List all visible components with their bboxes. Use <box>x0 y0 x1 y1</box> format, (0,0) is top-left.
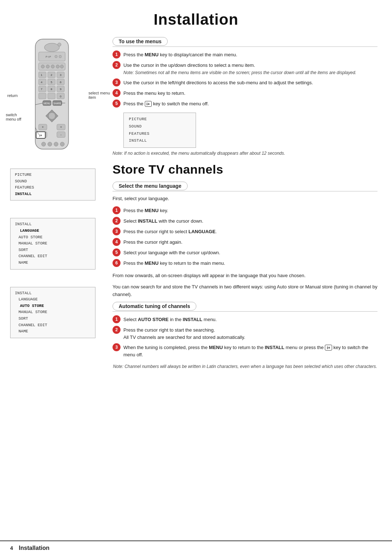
tv-menu-line: PICTURE <box>129 116 191 123</box>
auto-step-3: 3 When the tuning is completed, press th… <box>113 343 377 358</box>
menu-line: NAME <box>15 328 91 335</box>
step-text-1: Press the MENU key to display/cancel the… <box>123 50 377 58</box>
step-text-2: Use the cursor in the up/down directions… <box>123 61 377 76</box>
step-num-1: 1 <box>113 50 121 58</box>
step-5: 5 Press the i+ key to switch the menu of… <box>113 100 377 108</box>
svg-text:SHARE: SHARE <box>53 102 61 105</box>
auto-step-num-1: 1 <box>113 315 121 323</box>
svg-point-10 <box>51 65 54 68</box>
auto-step-text-1: Select AUTO STORE in the INSTALL menu. <box>123 315 377 323</box>
step-3: 3 Use the cursor in the left/right direc… <box>113 78 377 86</box>
section-language-header: Select the menu language <box>113 182 377 191</box>
auto-step-num-3: 3 <box>113 343 121 351</box>
lang-step-num-3: 3 <box>113 227 121 235</box>
lang-step-num-4: 4 <box>113 238 121 246</box>
svg-point-43 <box>49 113 55 119</box>
step-text-4: Press the menu key to return. <box>123 89 377 97</box>
lang-step-num-5: 5 <box>113 248 121 256</box>
svg-text:6: 6 <box>60 81 62 84</box>
svg-text:-: - <box>61 133 62 137</box>
tv-menu-line: INSTALL <box>129 137 191 145</box>
lang-step-num-6: 6 <box>113 259 121 267</box>
tab-language: Select the menu language <box>113 182 188 190</box>
svg-rect-25 <box>38 86 46 92</box>
store-tv-title: Store TV channels <box>113 162 377 177</box>
svg-text:P·I·P: P·I·P <box>46 56 51 58</box>
auto-step-text-2: Press the cursor right to start the sear… <box>123 326 377 341</box>
svg-point-2 <box>58 43 61 46</box>
lang-step-1: 1 Press the MENU key. <box>113 206 377 214</box>
menu-line: AUTO STORE <box>15 234 91 241</box>
auto-step-2: 2 Press the cursor right to start the se… <box>113 326 377 341</box>
remote-control-wrap: return select menuitem switch menu off <box>10 37 90 153</box>
lang-step-text-4: Press the cursor right again. <box>123 238 377 246</box>
svg-text:8: 8 <box>51 88 53 91</box>
step-num-4: 4 <box>113 89 121 97</box>
tab-use-menus: To use the menus <box>113 37 168 46</box>
svg-point-11 <box>56 65 59 68</box>
svg-text:1: 1 <box>41 73 42 77</box>
svg-point-8 <box>41 65 44 68</box>
left-menu-box-2: INSTALL LANGUAGE AUTO STORE MANUAL STORE… <box>10 218 95 269</box>
svg-text:0: 0 <box>60 95 62 98</box>
tv-menu-line: SOUND <box>129 123 191 130</box>
svg-point-54 <box>41 142 45 146</box>
step-2: 2 Use the cursor in the up/down directio… <box>113 61 377 76</box>
step-1: 1 Press the MENU key to display/cancel t… <box>113 50 377 58</box>
step-num-3: 3 <box>113 78 121 86</box>
page: Installation return select menuitem swit… <box>0 0 392 555</box>
note-use-menus: Note: If no action is executed, the menu… <box>113 150 377 157</box>
svg-text:9: 9 <box>60 88 62 91</box>
tv-menu-line: FEATURES <box>129 130 191 138</box>
steps-use-menus: 1 Press the MENU key to display/cancel t… <box>113 50 377 108</box>
lang-step-text-3: Press the cursor right to select LANGUAG… <box>123 227 377 235</box>
label-switch: switch <box>6 113 17 117</box>
step-text-3: Use the cursor in the left/right directi… <box>123 78 377 86</box>
left-menu-box-1: PICTURE SOUND FEATURES INSTALL <box>10 169 95 200</box>
bottom-label: Installation <box>19 545 49 551</box>
note-auto-tune: Note: Channel numbers will always be wri… <box>113 363 377 370</box>
auto-step-1: 1 Select AUTO STORE in the INSTALL menu. <box>113 315 377 323</box>
lang-step-text-6: Press the MENU key to return to the main… <box>123 259 377 267</box>
steps-language: 1 Press the MENU key. 2 Select INSTALL w… <box>113 206 377 267</box>
label-return: return <box>7 93 18 98</box>
menu-line: NAME <box>15 260 91 266</box>
svg-rect-19 <box>38 79 46 85</box>
step-num-2: 2 <box>113 61 121 69</box>
menu-line: PICTURE <box>15 172 91 178</box>
language-intro: First, select your language. <box>113 195 377 203</box>
svg-point-6 <box>59 55 61 58</box>
menu-line: SORT <box>15 247 91 254</box>
section-auto-tune-header: Automatic tuning of channels <box>113 302 377 312</box>
svg-text:+: + <box>42 125 44 129</box>
bottom-bar: 4 Installation <box>0 540 392 555</box>
lang-step-3: 3 Press the cursor right to select LANGU… <box>113 227 377 235</box>
svg-text:MENU: MENU <box>44 102 50 105</box>
svg-text:i+: i+ <box>39 134 42 137</box>
step-text-5: Press the i+ key to switch the menu off. <box>123 100 377 108</box>
menu-line: LANGUAGE <box>15 296 91 303</box>
lang-step-text-5: Select your language with the cursor up/… <box>123 248 377 256</box>
menu-line: MANUAL STORE <box>15 240 91 247</box>
menu-line: SOUND <box>15 178 91 185</box>
menu-line-language: LANGUAGE <box>15 228 91 234</box>
lang-step-4: 4 Press the cursor right again. <box>113 238 377 246</box>
svg-point-12 <box>60 65 64 68</box>
lang-step-text-1: Press the MENU key. <box>123 206 377 214</box>
menu-line: MANUAL STORE <box>15 309 91 316</box>
lang-step-6: 6 Press the MENU key to return to the ma… <box>113 259 377 267</box>
svg-point-9 <box>46 65 49 68</box>
language-body2: You can now search for and store the TV … <box>113 283 377 299</box>
menu-line: INSTALL <box>15 221 91 228</box>
lang-step-num-1: 1 <box>113 206 121 214</box>
svg-point-56 <box>54 142 58 146</box>
svg-text:4: 4 <box>41 81 42 84</box>
label-menuoff: menu off <box>6 117 21 121</box>
lang-step-text-2: Select INSTALL with the cursor down. <box>123 217 377 225</box>
auto-step-text-3: When the tuning is completed, press the … <box>123 343 377 358</box>
svg-rect-31 <box>38 93 46 99</box>
svg-text:7: 7 <box>41 88 42 91</box>
right-column: To use the menus 1 Press the MENU key to… <box>105 37 392 376</box>
remote-svg: P·I·P 1 2 3 <box>21 37 83 153</box>
svg-point-1 <box>44 43 59 52</box>
